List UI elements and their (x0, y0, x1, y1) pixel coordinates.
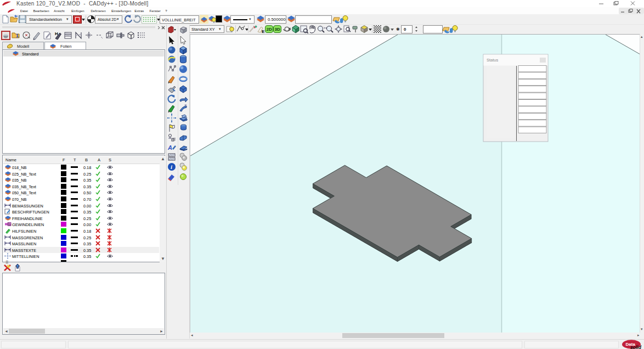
svg-text:Status: Status (487, 58, 499, 63)
svg-text:A: A (167, 144, 172, 151)
svg-text:1: 1 (16, 33, 19, 38)
svg-text:solid: solid (630, 345, 642, 349)
